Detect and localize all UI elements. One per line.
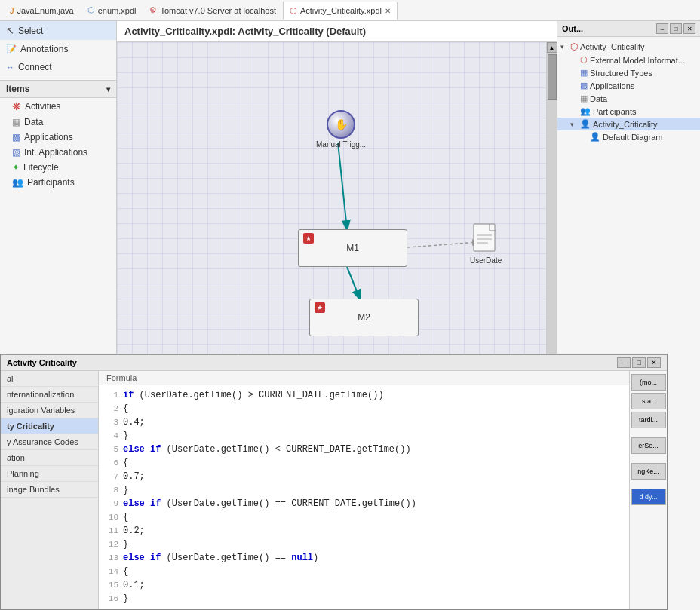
diagram-title: Activity_Criticality.xpdl: Activity_Crit…	[117, 21, 557, 42]
sidebar-item-applications[interactable]: ▩ Applications	[0, 130, 116, 145]
outline-applications[interactable]: ▩ Applications	[557, 79, 700, 92]
outline-activity-criticality[interactable]: ▾ 👤 Activity_Criticality	[557, 118, 700, 130]
line-content-8: }	[123, 483, 128, 497]
re-btn-1[interactable]: (mo...	[631, 374, 666, 391]
outline-minimize-button[interactable]: –	[656, 23, 668, 34]
int-applications-icon: ▨	[12, 147, 20, 158]
tab-enum-xpdl[interactable]: ⬡ enum.xpdl	[81, 2, 143, 20]
outline-root[interactable]: ▾ ⬡ Activity_Criticality	[557, 40, 700, 54]
code-line-12: 12 }	[99, 538, 629, 551]
activities-label: Activities	[25, 101, 60, 112]
line-num-4: 4	[102, 429, 123, 443]
code-line-4: 4 }	[99, 429, 629, 443]
code-line-1: 1 if (UserDate.getTime() > CURRENT_DATE.…	[99, 388, 629, 402]
outline-external-model[interactable]: ⬡ External Model Informat...	[557, 54, 700, 66]
nav-item-config-vars[interactable]: iguration Variables	[1, 403, 98, 418]
line-num-12: 12	[102, 538, 123, 551]
trigger-node[interactable]: ✋ Manual Trigg...	[316, 110, 366, 149]
outline-data-icon: ▦	[580, 93, 588, 103]
code-line-15: 15 0.1;	[99, 578, 629, 592]
bottom-minimize-button[interactable]: –	[617, 357, 631, 368]
sidebar-item-lifecycle[interactable]: ✦ Lifecycle	[0, 160, 116, 175]
m2-activity-icon: ★	[315, 302, 325, 313]
tab-java-enum[interactable]: J JavaEnum.java	[3, 2, 81, 20]
lifecycle-icon: ✦	[12, 162, 20, 173]
activity-node-m1[interactable]: ★ M1	[298, 229, 407, 267]
xpdl-active-icon: ⬡	[290, 6, 297, 16]
m1-label: M1	[346, 243, 359, 253]
outline-maximize-button[interactable]: □	[670, 23, 682, 34]
line-num-7: 7	[102, 470, 123, 483]
activity-node-m2[interactable]: ★ M2	[309, 299, 419, 336]
bottom-content: al nternationalization iguration Variabl…	[1, 371, 667, 609]
outline-panel-header: Out... – □ ✕	[557, 21, 700, 37]
nav-item-image-bundles[interactable]: inage Bundles	[1, 482, 98, 498]
annotations-button[interactable]: 📝 Annotations	[0, 40, 116, 58]
select-label: Select	[18, 26, 43, 36]
cursor-icon: ↖	[6, 25, 14, 36]
app-icon: ▩	[580, 81, 588, 90]
line-num-14: 14	[102, 565, 123, 578]
items-expand-icon[interactable]: ▾	[106, 85, 110, 93]
tab-activity-criticality[interactable]: ⬡ Activity_Criticality.xpdl ✕	[283, 2, 398, 20]
trigger-inner-icon: ✋	[335, 118, 348, 130]
tab-bar: J JavaEnum.java ⬡ enum.xpdl ⚙ Tomcat v7.…	[0, 0, 700, 21]
connect-label: Connect	[18, 62, 52, 72]
tab-tomcat[interactable]: ⚙ Tomcat v7.0 Server at localhost	[143, 2, 282, 20]
re-btn-2[interactable]: .sta...	[631, 393, 666, 409]
sidebar-item-participants[interactable]: 👥 Participants	[0, 175, 116, 190]
connect-button[interactable]: ↔ Connect	[0, 58, 116, 76]
nav-item-internationalization[interactable]: nternationalization	[1, 387, 98, 403]
select-button[interactable]: ↖ Select	[0, 21, 116, 40]
sidebar-divider	[0, 78, 116, 78]
svg-line-1	[347, 267, 360, 299]
tab-close-button[interactable]: ✕	[385, 7, 391, 15]
scrollbar-up-button[interactable]: ▲	[547, 42, 557, 53]
tab-label-enum: enum.xpdl	[98, 6, 137, 15]
re-btn-3[interactable]: tardi...	[631, 412, 666, 428]
svg-line-2	[407, 242, 479, 247]
outline-structured-types[interactable]: ▦ Structured Types	[557, 66, 700, 79]
userdate-node[interactable]: UserDate	[470, 223, 502, 265]
line-content-15: 0.1;	[123, 578, 145, 592]
outline-close-button[interactable]: ✕	[683, 23, 695, 34]
nav-item-al[interactable]: al	[1, 371, 98, 387]
line-num-8: 8	[102, 483, 123, 497]
nav-item-assurance-codes[interactable]: y Assurance Codes	[1, 434, 98, 450]
sidebar-item-data[interactable]: ▦ Data	[0, 115, 116, 130]
bottom-maximize-button[interactable]: □	[632, 357, 646, 368]
line-num-13: 13	[102, 551, 123, 565]
ext-model-icon: ⬡	[580, 55, 588, 65]
svg-rect-3	[474, 224, 495, 251]
formula-editor[interactable]: 1 if (UserDate.getTime() > CURRENT_DATE.…	[99, 385, 629, 609]
line-content-14: {	[123, 565, 128, 578]
line-content-9: else if (UserDate.getTime() == CURRENT_D…	[123, 497, 416, 510]
outline-data[interactable]: ▦ Data	[557, 92, 700, 105]
diagram-icon: 👤	[590, 132, 600, 142]
bottom-close-button[interactable]: ✕	[647, 357, 661, 368]
line-num-6: 6	[102, 456, 123, 470]
server-icon: ⚙	[149, 5, 157, 15]
sidebar-item-int-applications[interactable]: ▨ Int. Applications	[0, 145, 116, 160]
sidebar-item-activities[interactable]: ❋ Activities	[0, 98, 116, 115]
outline-participants[interactable]: 👥 Participants	[557, 105, 700, 118]
re-btn-6[interactable]: d dy...	[631, 489, 666, 505]
code-line-3: 3 0.4;	[99, 415, 629, 429]
line-content-13: else if (UserDate.getTime() == null)	[123, 551, 318, 565]
line-content-16: }	[123, 592, 128, 605]
code-line-7: 7 0.7;	[99, 470, 629, 483]
xpdl-icon: ⬡	[88, 5, 95, 15]
nav-item-planning[interactable]: Planning	[1, 466, 98, 482]
trigger-label: Manual Trigg...	[316, 140, 366, 149]
line-content-7: 0.7;	[123, 470, 145, 483]
bottom-left-nav: al nternationalization iguration Variabl…	[1, 371, 99, 609]
bottom-title-bar: Activity Criticality – □ ✕	[1, 355, 667, 371]
nav-item-ation[interactable]: ation	[1, 450, 98, 466]
re-btn-4[interactable]: erSe...	[631, 437, 666, 454]
java-icon: J	[10, 6, 14, 15]
line-num-1: 1	[102, 388, 123, 402]
re-btn-5[interactable]: ngKe...	[631, 463, 666, 480]
scrollbar-thumb[interactable]	[548, 54, 557, 100]
outline-default-diagram[interactable]: 👤 Default Diagram	[557, 130, 700, 143]
nav-item-ty-criticality[interactable]: ty Criticality	[1, 418, 98, 434]
